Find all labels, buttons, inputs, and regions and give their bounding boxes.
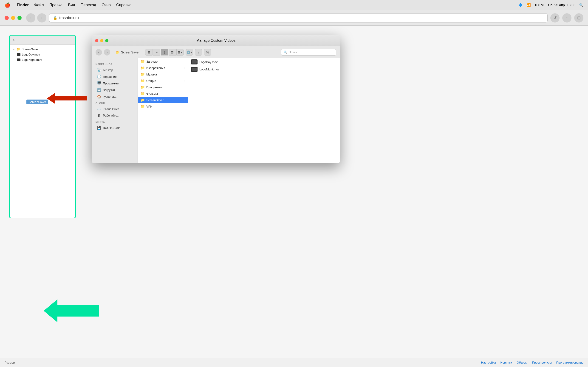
disclosure-triangle: ▼ xyxy=(13,48,15,51)
action-button[interactable]: ⚙️▾ xyxy=(186,49,193,56)
folder-icon-0: 📁 xyxy=(141,59,145,64)
col1-label-2: Музыка xyxy=(146,73,157,76)
sidebar-item-recent[interactable]: 🕐 Недавние xyxy=(93,73,136,80)
file-name-1: LogoDay.mov xyxy=(22,53,40,56)
close-button[interactable] xyxy=(5,16,9,20)
chevron-6: › xyxy=(184,99,185,101)
refresh-button[interactable]: ↺ xyxy=(550,13,560,23)
menubar-edit[interactable]: Правка xyxy=(49,3,62,7)
desktop-icon: 🖥 xyxy=(97,114,101,117)
airdrop-label: AirDrop xyxy=(103,68,113,72)
finder-window: Manage Custom Videos ‹ › 📁 ScreenSaver ⊞… xyxy=(92,35,340,163)
view-buttons: ⊞ ≡ ⫿ ⊡ ⊟▾ xyxy=(145,49,184,56)
recent-label: Недавние xyxy=(103,75,117,78)
col1-item-1[interactable]: 📁 Изображения › xyxy=(138,65,188,71)
finder-minimize[interactable] xyxy=(100,39,103,42)
airdrop-icon: 📡 xyxy=(97,68,101,72)
mov-icon-0 xyxy=(191,59,198,65)
minimize-button[interactable] xyxy=(11,16,15,20)
apps-label: Программы xyxy=(103,82,119,85)
sidebar-item-downloads[interactable]: ⬇️ Загрузки xyxy=(93,87,136,93)
sidebar-item-desktop[interactable]: 🖥 Рабочий с... xyxy=(93,112,136,119)
forward-button[interactable]: › xyxy=(37,13,46,23)
folder-icon-7: 📁 xyxy=(141,104,145,108)
menubar-file[interactable]: Файл xyxy=(34,3,44,7)
tutorial-panel-header: ⊳ xyxy=(10,35,75,45)
chevron-0: › xyxy=(184,60,185,63)
finder-col-1: 📁 Загрузки › 📁 Изображения › xyxy=(138,58,188,163)
menubar-app[interactable]: Finder xyxy=(17,3,29,7)
col1-item-7[interactable]: 📁 VPN › xyxy=(138,103,188,110)
sidebar-item-airdrop[interactable]: 📡 AirDrop xyxy=(93,67,136,73)
downloads-icon: ⬇️ xyxy=(97,88,101,92)
col1-item-5[interactable]: 📁 Фильмы › xyxy=(138,90,188,97)
link-programming[interactable]: Программирование xyxy=(556,361,583,364)
url-bar[interactable]: 🔒 trashbox.ru xyxy=(49,13,548,23)
chevron-2: › xyxy=(184,73,185,76)
folder-icon-1: 📁 xyxy=(141,66,145,70)
sidebar-toggle[interactable]: ⊞ xyxy=(574,13,583,23)
finder-toolbar: ‹ › 📁 ScreenSaver ⊞ ≡ ⫿ ⊡ ⊟▾ ⚙️▾ ↑ ⌘ xyxy=(92,46,340,58)
tag-btn[interactable]: ⌘ xyxy=(204,49,211,56)
sidebar-item-icloud[interactable]: ☁️ iCloud Drive xyxy=(93,106,136,112)
link-press[interactable]: Пресс-релизы xyxy=(532,361,552,364)
battery-label: 100 % xyxy=(535,3,544,7)
chevron-1: › xyxy=(184,67,185,69)
column-view-btn[interactable]: ⫿ xyxy=(161,49,168,56)
link-settings[interactable]: Настройка xyxy=(481,361,496,364)
finder-forward[interactable]: › xyxy=(104,49,110,56)
col1-item-6[interactable]: 📁 ScreenSaver › xyxy=(138,97,188,103)
menubar-help[interactable]: Справка xyxy=(116,3,132,7)
back-button[interactable]: ‹ xyxy=(26,13,35,23)
green-arrow xyxy=(57,305,99,317)
apple-menu-icon[interactable]: 🍎 xyxy=(5,2,10,8)
menubar-go[interactable]: Переход xyxy=(81,3,96,7)
finder-fullscreen[interactable] xyxy=(105,39,108,42)
menubar-window[interactable]: Окно xyxy=(102,3,111,7)
link-new[interactable]: Новинки xyxy=(501,361,512,364)
sidebar-item-ilyasoroka[interactable]: 🏠 ilyasoroka xyxy=(93,93,136,100)
col1-item-2[interactable]: 📁 Музыка › xyxy=(138,71,188,77)
finder-body: Избранное 📡 AirDrop 🕐 Недавние 🖥️ Програ… xyxy=(92,58,340,163)
col1-item-3[interactable]: 📁 Общие › xyxy=(138,77,188,84)
path-folder-icon: 📁 xyxy=(116,50,120,54)
search-icon[interactable]: 🔍 xyxy=(579,3,583,7)
file-item-1[interactable]: LogoDay.mov xyxy=(10,52,75,57)
group-view-btn[interactable]: ⊟▾ xyxy=(176,49,184,56)
share-button[interactable]: ↑ xyxy=(562,13,571,23)
wifi-icon: 📶 xyxy=(527,3,531,7)
file-row-1[interactable]: LogoNight.mov xyxy=(188,66,239,73)
link-reviews[interactable]: Обзоры xyxy=(517,361,527,364)
icon-view-btn[interactable]: ⊞ xyxy=(145,49,153,56)
folder-icon: 📁 xyxy=(17,48,20,51)
red-arrow-body xyxy=(55,96,87,100)
fullscreen-button[interactable] xyxy=(17,16,22,20)
finder-back[interactable]: ‹ xyxy=(95,49,102,56)
finder-close[interactable] xyxy=(95,39,98,42)
col1-item-0[interactable]: 📁 Загрузки › xyxy=(138,58,188,65)
menubar-view[interactable]: Вид xyxy=(68,3,75,7)
finder-col-3 xyxy=(239,58,340,163)
menubar: 🍎 Finder Файл Правка Вид Переход Окно Сп… xyxy=(0,0,588,10)
list-view-btn[interactable]: ≡ xyxy=(153,49,160,56)
bottom-links: Настройка Новинки Обзоры Пресс-релизы Пр… xyxy=(481,361,583,364)
col1-label-7: VPN xyxy=(146,105,153,108)
share-action-btn[interactable]: ↑ xyxy=(195,49,202,56)
ilyasoroka-label: ilyasoroka xyxy=(103,95,116,98)
search-placeholder: Поиск xyxy=(289,50,297,54)
gallery-view-btn[interactable]: ⊡ xyxy=(169,49,176,56)
file-icon-2 xyxy=(17,58,20,61)
sidebar-item-apps[interactable]: 🖥️ Программы xyxy=(93,80,136,86)
finder-window-title: Manage Custom Videos xyxy=(196,39,235,43)
file-row-0[interactable]: LogoDay.mov xyxy=(188,58,239,66)
browser-window: ‹ › 🔒 trashbox.ru ↺ ↑ ⊞ ⊳ ▼ 📁 ScreenSave… xyxy=(0,10,588,367)
finder-search[interactable]: 🔍 Поиск xyxy=(281,49,336,56)
bootcamp-icon: 💾 xyxy=(97,126,101,130)
file-item-2[interactable]: LogoNight.mov xyxy=(10,57,75,62)
finder-titlebar: Manage Custom Videos xyxy=(92,35,340,46)
sidebar-item-bootcamp[interactable]: 💾 BOOTCAMP xyxy=(93,125,136,131)
col1-label-6: ScreenSaver xyxy=(146,98,164,102)
screensaver-folder-item[interactable]: ▼ 📁 ScreenSaver xyxy=(10,47,75,52)
col1-item-4[interactable]: 📁 Программы › xyxy=(138,84,188,90)
tutorial-panel: ⊳ ▼ 📁 ScreenSaver LogoDay.mov LogoNight.… xyxy=(9,35,76,218)
